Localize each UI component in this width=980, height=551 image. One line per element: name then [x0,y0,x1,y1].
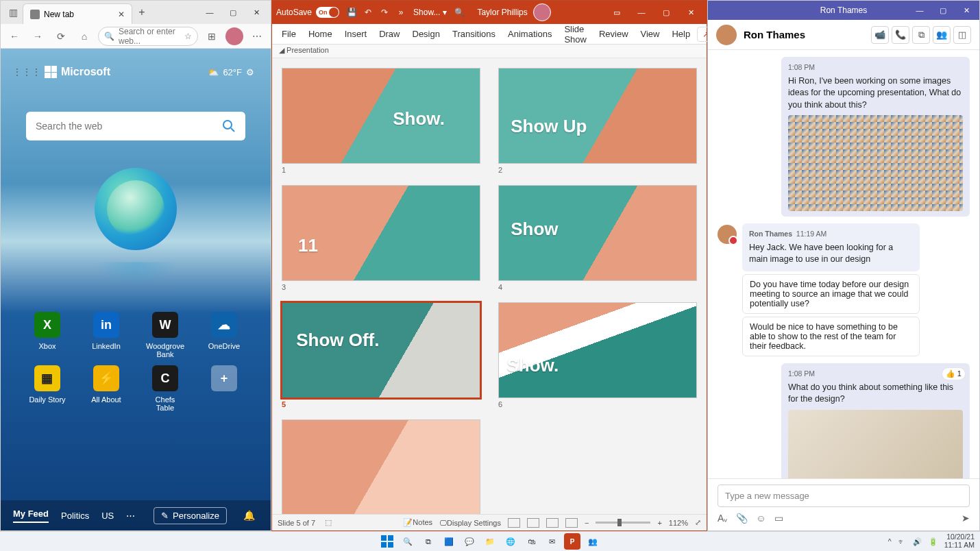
video-call-button[interactable]: 📹 [871,26,889,44]
ribbon-tab-file[interactable]: File [276,26,302,42]
attach-icon[interactable]: 📎 [736,513,748,524]
send-button[interactable]: ➤ [961,513,970,524]
gif-icon[interactable]: ▭ [774,513,783,524]
ribbon-tab-animations[interactable]: Animations [502,26,557,42]
ribbon-tab-slideshow[interactable]: Slide Show [559,21,592,47]
task-view-icon[interactable]: ⧉ [420,533,437,550]
quick-link-tile[interactable]: XXbox [28,312,66,358]
qat-more-icon[interactable]: » [395,7,406,18]
ribbon-tab-insert[interactable]: Insert [339,26,373,42]
chat-message[interactable]: 👍 11:08 PMWhat do you think about someth… [781,363,970,478]
outline-header[interactable]: ◢ Presentation [272,45,707,58]
close-button[interactable]: ✕ [955,1,978,20]
ribbon-tab-design[interactable]: Design [407,26,445,42]
ribbon-tab-help[interactable]: Help [666,26,696,42]
widgets-icon[interactable]: 🟦 [441,533,457,550]
close-tab-icon[interactable]: ✕ [118,10,125,19]
quick-link-tile[interactable]: CChefs Table [146,365,184,412]
message-input[interactable]: Type a new message [718,485,970,507]
teams-taskbar-icon[interactable]: 👥 [585,533,601,550]
reading-view-icon[interactable] [546,518,559,528]
home-button[interactable]: ⌂ [75,27,94,46]
weather-widget[interactable]: ⛅ 62°F ⚙ [208,67,254,77]
quick-link-tile[interactable]: ☁OneDrive [205,312,243,358]
normal-view-icon[interactable] [508,518,520,528]
ribbon-tab-review[interactable]: Review [593,26,634,42]
slide-thumbnail[interactable]: 7 [282,419,480,514]
quick-link-tile[interactable]: + [205,365,243,412]
explorer-icon[interactable]: 📁 [482,533,498,550]
undo-icon[interactable]: ↶ [363,7,373,18]
slide-thumbnail[interactable]: Show Off.5 [282,302,480,408]
accessibility-icon[interactable]: ⬚ [325,518,332,527]
close-button[interactable]: ✕ [679,2,702,23]
zoom-slider[interactable] [596,522,650,524]
start-button[interactable] [379,533,395,550]
display-settings-button[interactable]: 🖵Display Settings [439,519,501,527]
document-title[interactable]: Show...▾ [413,8,447,17]
clock[interactable]: 10/20/21 11:11 AM [944,533,975,549]
back-button[interactable]: ← [5,27,24,46]
app-launcher-icon[interactable]: ⋮⋮⋮ [17,62,36,82]
notes-button[interactable]: 📝Notes [403,518,432,527]
message-image[interactable] [788,410,963,478]
maximize-button[interactable]: ▢ [221,2,245,23]
slide-thumbnail[interactable]: Show.6 [498,302,697,408]
add-people-button[interactable]: 👥 [933,26,951,44]
chat-icon[interactable]: 💬 [461,533,478,550]
browser-tab[interactable]: New tab ✕ [23,3,132,24]
notifications-icon[interactable]: 🔔 [239,506,258,525]
ribbon-tab-draw[interactable]: Draw [373,26,405,42]
search-input[interactable]: Search the web [26,112,245,140]
settings-icon[interactable]: ⚙ [246,67,254,77]
battery-icon[interactable]: 🔋 [929,537,938,546]
personalize-button[interactable]: ✎ Personalize [154,507,227,524]
reaction-badge[interactable]: 👍 1 [942,367,966,380]
zoom-out-icon[interactable]: − [585,519,589,527]
refresh-button[interactable]: ⟳ [51,27,71,46]
close-button[interactable]: ✕ [245,2,268,23]
audio-call-button[interactable]: 📞 [892,26,909,44]
message-list[interactable]: 1:08 PMHi Ron, I've been working on some… [708,50,979,478]
maximize-button[interactable]: ▢ [654,2,678,23]
more-icon[interactable]: ⋯ [247,27,267,46]
redo-icon[interactable]: ↷ [379,7,390,18]
feed-tab-us[interactable]: US [101,511,114,521]
tab-actions-icon[interactable]: ▥ [3,3,23,22]
minimize-button[interactable]: — [630,2,653,23]
zoom-in-icon[interactable]: + [657,519,661,527]
chat-message[interactable]: Ron Thames 11:19 AMHey Jack. We have bee… [718,223,920,356]
quick-link-tile[interactable]: ⚡All About [87,365,125,412]
chat-message[interactable]: 1:08 PMHi Ron, I've been working on some… [781,57,970,217]
collections-icon[interactable]: ⊞ [202,27,221,46]
new-tab-button[interactable]: + [132,6,151,19]
profile-avatar[interactable] [225,27,243,45]
feed-tab-myfeed[interactable]: My Feed [13,509,49,523]
minimize-button[interactable]: — [908,1,931,20]
autosave-toggle[interactable]: AutoSave On [276,7,339,18]
sorter-view-icon[interactable] [527,518,539,528]
slide-thumbnail[interactable]: Show.1 [282,68,480,174]
forward-button[interactable]: → [28,27,47,46]
ribbon-tab-transitions[interactable]: Transitions [447,26,501,42]
address-bar[interactable]: 🔍 Search or enter web... ☆ [98,27,198,46]
fit-to-window-icon[interactable]: ⤢ [695,518,701,527]
ribbon-tab-home[interactable]: Home [303,26,338,42]
quick-link-tile[interactable]: ▦Daily Story [28,365,66,412]
ribbon-display-icon[interactable]: ▭ [605,2,628,23]
feed-tab-politics[interactable]: Politics [61,511,89,521]
quick-link-tile[interactable]: WWoodgrove Bank [146,312,184,358]
emoji-icon[interactable]: ☺ [756,513,765,524]
save-icon[interactable]: 💾 [346,7,357,18]
search-icon[interactable]: 🔍 [454,7,465,18]
screen-share-button[interactable]: ⧉ [912,26,930,44]
quick-link-tile[interactable]: inLinkedIn [87,312,125,358]
edge-taskbar-icon[interactable]: 🌐 [502,533,519,550]
tray-overflow-icon[interactable]: ^ [888,537,892,546]
popout-button[interactable]: ◫ [953,26,971,44]
minimize-button[interactable]: — [198,2,221,23]
mail-icon[interactable]: ✉ [543,533,560,550]
feed-more-icon[interactable]: ⋯ [126,511,135,521]
maximize-button[interactable]: ▢ [931,1,955,20]
message-image[interactable] [788,115,963,211]
